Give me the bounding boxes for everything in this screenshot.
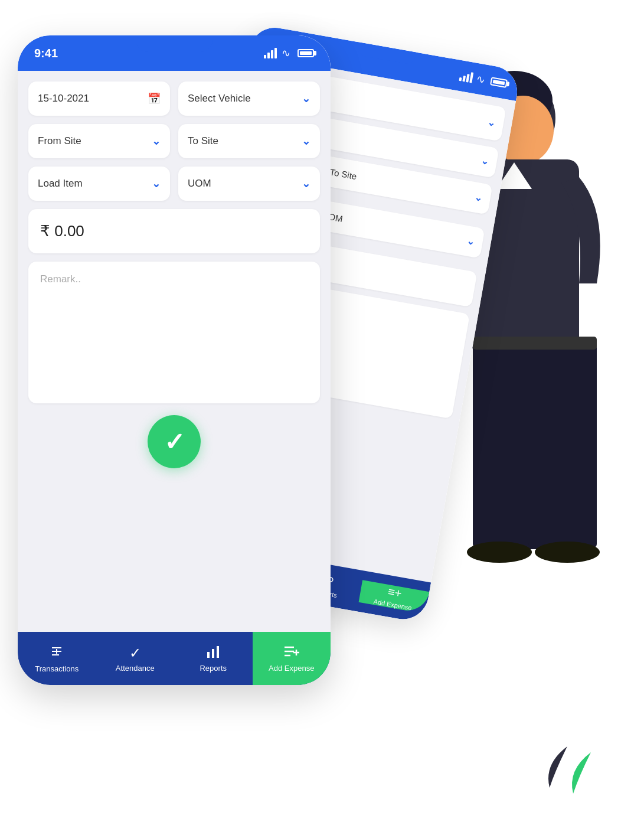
from-site-chevron: ⌄: [152, 135, 161, 148]
row-date-vehicle: 15-10-2021 📅 Select Vehicle ⌄: [28, 81, 320, 116]
amount-box[interactable]: ₹ 0.00: [28, 209, 320, 253]
to-site-field[interactable]: To Site ⌄: [178, 124, 320, 158]
nav-add-expense-back[interactable]: ≡+ Add Expense: [359, 580, 430, 614]
svg-rect-6: [212, 649, 214, 658]
wifi-icon-front: ∿: [282, 47, 290, 60]
to-site-chevron-back: ⌄: [473, 191, 483, 204]
date-label: 15-10-2021: [38, 93, 89, 105]
submit-button-area: ✓: [28, 415, 320, 468]
phone-front: 9:41 ∿ 15-10-2021 📅 Select Vehicle ⌄: [18, 35, 331, 685]
nav-attendance-label: Attendance: [116, 664, 155, 673]
uom-field[interactable]: UOM ⌄: [178, 167, 320, 201]
from-site-field[interactable]: From Site ⌄: [28, 124, 170, 158]
row-load-uom: Load Item ⌄ UOM ⌄: [28, 167, 320, 201]
check-icon: ✓: [164, 428, 185, 456]
signal-icon-back: [459, 70, 473, 83]
load-item-field[interactable]: Load Item ⌄: [28, 167, 170, 201]
remark-box[interactable]: Remark..: [28, 262, 320, 403]
svg-rect-21: [473, 343, 529, 549]
nav-transactions-label: Transactions: [35, 664, 79, 673]
submit-button[interactable]: ✓: [148, 415, 201, 468]
svg-rect-25: [473, 337, 597, 350]
nav-reports[interactable]: Reports: [174, 632, 253, 685]
svg-rect-22: [541, 343, 597, 549]
svg-rect-7: [217, 646, 219, 658]
battery-icon-front: [298, 49, 314, 57]
vehicle-chevron: ⌄: [302, 92, 310, 105]
transactions-icon: [50, 644, 64, 662]
signal-icon-front: [264, 48, 277, 58]
uom-label: UOM: [188, 178, 211, 190]
vehicle-label: Select Vehicle: [188, 93, 251, 105]
amount-value: ₹ 0.00: [40, 222, 84, 240]
time-display: 9:41: [34, 47, 58, 60]
scene: ∿ 📅 ⌄ Select Vehicle ⌄ ⌄ To Site: [0, 0, 644, 835]
to-site-label: To Site: [188, 135, 218, 147]
to-site-label-back: To Site: [329, 167, 358, 181]
date-field[interactable]: 15-10-2021 📅: [28, 81, 170, 116]
uom-chevron: ⌄: [302, 177, 310, 190]
vehicle-field[interactable]: Select Vehicle ⌄: [178, 81, 320, 116]
nav-add-expense-label: Add Expense: [269, 664, 314, 673]
nav-add-expense-label-back: Add Expense: [373, 598, 413, 611]
nav-add-expense[interactable]: Add Expense: [253, 632, 331, 685]
calendar-icon: 📅: [148, 92, 161, 105]
nav-attendance[interactable]: ✓ Attendance: [96, 632, 175, 685]
svg-point-24: [535, 542, 600, 563]
row-from-to: From Site ⌄ To Site ⌄: [28, 124, 320, 158]
battery-icon-back: [490, 77, 508, 88]
load-item-label: Load Item: [38, 178, 83, 190]
uom-chevron-back: ⌄: [466, 235, 475, 247]
decorative-leaves: [538, 729, 609, 800]
reports-icon: [206, 645, 220, 661]
status-icons-front: ∿: [264, 47, 314, 60]
wifi-icon-back: ∿: [475, 72, 486, 86]
nav-transactions[interactable]: Transactions: [18, 632, 96, 685]
nav-reports-label: Reports: [200, 664, 227, 673]
status-icons-back: ∿: [459, 69, 508, 90]
remark-placeholder: Remark..: [40, 273, 81, 285]
notch-front: [136, 35, 213, 52]
date-chevron-back: ⌄: [486, 116, 496, 129]
add-expense-icon: [283, 645, 300, 661]
front-phone-content: 15-10-2021 📅 Select Vehicle ⌄ From Site …: [18, 71, 331, 633]
svg-rect-5: [207, 652, 210, 658]
attendance-icon: ✓: [129, 645, 141, 661]
bottom-nav-front: Transactions ✓ Attendance Reports: [18, 632, 331, 685]
load-item-chevron: ⌄: [152, 177, 161, 190]
from-site-label: From Site: [38, 135, 81, 147]
to-site-chevron: ⌄: [302, 135, 310, 148]
svg-point-23: [467, 542, 532, 563]
vehicle-chevron-back: ⌄: [480, 155, 489, 167]
